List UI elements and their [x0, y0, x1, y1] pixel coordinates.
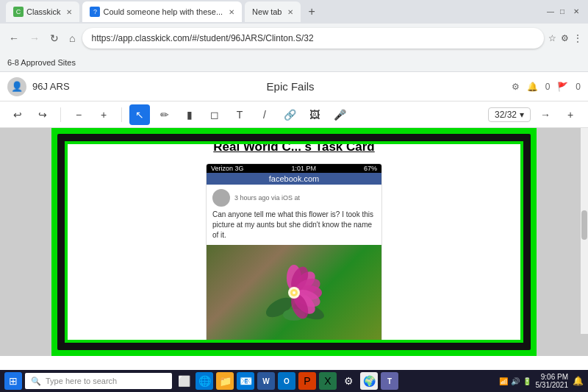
- fb-poster-avatar: [212, 189, 230, 207]
- tab-help-close[interactable]: ✕: [229, 8, 234, 16]
- facebook-post-mock: Verizon 3G 1:01 PM 67% facebook.com 3 ho…: [206, 163, 382, 355]
- user-label: 96J ARS: [32, 81, 70, 92]
- page-dropdown-icon[interactable]: ▾: [520, 110, 524, 120]
- taskbar-date-value: 5/31/2021: [536, 381, 569, 389]
- tabs-container: C Classkick ✕ ? Could someone help with …: [6, 1, 320, 22]
- forward-button[interactable]: →: [26, 31, 43, 46]
- bookmarks-bar: 6-8 Approved Sites: [0, 53, 588, 72]
- toolbar-separator-2: [121, 107, 122, 122]
- add-page-button[interactable]: +: [560, 104, 581, 125]
- line-tool-button[interactable]: /: [254, 104, 275, 125]
- volume-icon: 🔊: [511, 377, 520, 385]
- notification-count: 0: [545, 82, 551, 92]
- settings-icon[interactable]: ⚙: [512, 82, 520, 92]
- scrollbar-thumb[interactable]: [581, 210, 587, 240]
- app-title: Epic Fails: [267, 80, 315, 93]
- eraser-tool-button[interactable]: ◻: [204, 104, 225, 125]
- network-icon: 📶: [499, 377, 508, 385]
- bookmark-icon[interactable]: ☆: [548, 33, 556, 43]
- settings-icon[interactable]: ⋮: [573, 33, 582, 43]
- select-tool-button[interactable]: ↖: [129, 104, 150, 125]
- teams-icon[interactable]: T: [381, 372, 398, 390]
- address-right-icons: ☆ ⚙ ⋮: [548, 33, 582, 43]
- home-button[interactable]: ⌂: [66, 31, 78, 46]
- maximize-button[interactable]: □: [560, 7, 569, 16]
- taskbar-right: 📶 🔊 🔋 9:06 PM 5/31/2021 🔔: [499, 373, 584, 389]
- highlighter-tool-button[interactable]: ▮: [179, 104, 200, 125]
- task-card-content: Real World C... s Task Card Verizon 3G 1…: [51, 128, 537, 356]
- edge-icon[interactable]: 🌐: [196, 372, 213, 390]
- fb-post-header: 3 hours ago via iOS at: [207, 185, 381, 210]
- toolbar-right-actions: ⚙ 🔔 0 🚩 0: [512, 82, 581, 92]
- powerpoint-icon[interactable]: P: [298, 372, 316, 390]
- mic-tool-button[interactable]: 🎤: [329, 104, 350, 125]
- notifications-button[interactable]: 🔔: [573, 376, 584, 386]
- tab-help-label: Could someone help with these...: [103, 7, 223, 16]
- taskbar-time-value: 9:06 PM: [536, 373, 569, 381]
- flag-icon[interactable]: 🚩: [557, 82, 568, 92]
- fb-comments: 10 Comments: [239, 344, 280, 352]
- main-canvas-area: Real World C... s Task Card Verizon 3G 1…: [0, 128, 588, 356]
- taskbar-search-icon: 🔍: [31, 377, 41, 386]
- fb-post-meta: 3 hours ago via iOS at: [234, 194, 300, 202]
- refresh-button[interactable]: ↻: [47, 31, 62, 46]
- minimize-button[interactable]: —: [547, 7, 556, 16]
- app-toolbar: 👤 96J ARS Epic Fails ⚙ 🔔 0 🚩 0: [0, 72, 588, 101]
- bookmark-item[interactable]: 6-8 Approved Sites: [7, 58, 76, 67]
- zoom-in-button[interactable]: +: [93, 104, 114, 125]
- word-icon[interactable]: W: [257, 372, 275, 390]
- tab-classkick[interactable]: C Classkick ✕: [6, 1, 79, 22]
- tab-newtab-close[interactable]: ✕: [287, 8, 293, 16]
- chrome-icon[interactable]: 🌍: [360, 372, 378, 390]
- tab-newtab[interactable]: New tab ✕: [245, 1, 301, 22]
- text-tool-button[interactable]: T: [229, 104, 250, 125]
- next-page-button[interactable]: →: [535, 104, 556, 125]
- fb-time-ago: 3 hours ago via iOS at: [234, 194, 300, 202]
- fb-footer: 5 Likes · 10 Comments: [207, 341, 381, 354]
- bell-icon[interactable]: 🔔: [527, 82, 538, 92]
- fb-carrier: Verizon 3G: [211, 165, 244, 172]
- tab-help[interactable]: ? Could someone help with these... ✕: [82, 1, 242, 22]
- excel-icon[interactable]: X: [319, 372, 337, 390]
- link-tool-button[interactable]: 🔗: [279, 104, 300, 125]
- new-tab-button[interactable]: +: [304, 5, 319, 18]
- fb-time: 1:01 PM: [291, 165, 316, 172]
- image-tool-button[interactable]: 🖼: [304, 104, 325, 125]
- taskbar-search-placeholder: Type here to search: [46, 377, 117, 385]
- folder-icon[interactable]: 📁: [216, 372, 234, 390]
- undo-button[interactable]: ↩: [7, 104, 28, 125]
- fb-likes: 5 Likes: [212, 344, 234, 352]
- page-counter-value: 32/32: [495, 110, 517, 120]
- extension-icon[interactable]: ⚙: [561, 33, 569, 43]
- start-button[interactable]: ⊞: [4, 372, 22, 390]
- battery-icon: 🔋: [523, 377, 531, 385]
- zoom-out-button[interactable]: −: [68, 104, 89, 125]
- user-avatar: 👤: [7, 77, 26, 96]
- settings-taskbar-icon[interactable]: ⚙: [340, 372, 357, 390]
- fb-post-image: [207, 245, 381, 341]
- scrollbar[interactable]: [581, 128, 588, 334]
- address-input[interactable]: [82, 28, 544, 49]
- task-card-title: Real World C... s Task Card: [88, 140, 500, 154]
- fb-url: facebook.com: [269, 174, 319, 183]
- task-view-button[interactable]: ⬜: [175, 372, 193, 390]
- fb-status-bar: Verizon 3G 1:01 PM 67%: [207, 164, 381, 173]
- tab-newtab-label: New tab: [252, 7, 282, 16]
- taskbar: ⊞ 🔍 Type here to search ⬜ 🌐 📁 📧 W O P X …: [0, 370, 588, 392]
- pencil-tool-button[interactable]: ✏: [154, 104, 175, 125]
- classkick-favicon: C: [13, 7, 24, 17]
- taskbar-clock: 9:06 PM 5/31/2021: [536, 373, 569, 389]
- fb-header: facebook.com: [207, 173, 381, 185]
- mail-icon[interactable]: 📧: [237, 372, 254, 390]
- system-tray: 📶 🔊 🔋: [499, 377, 531, 385]
- back-button[interactable]: ←: [6, 31, 22, 46]
- title-bar: C Classkick ✕ ? Could someone help with …: [0, 0, 588, 24]
- canvas: Real World C... s Task Card Verizon 3G 1…: [51, 128, 537, 356]
- taskbar-search[interactable]: 🔍 Type here to search: [25, 373, 172, 389]
- fb-battery: 67%: [364, 165, 377, 172]
- close-button[interactable]: ✕: [573, 7, 582, 16]
- outlook-icon[interactable]: O: [278, 372, 295, 390]
- redo-button[interactable]: ↪: [32, 104, 53, 125]
- tab-classkick-close[interactable]: ✕: [66, 8, 72, 16]
- task-title-text: Real World C... s Task Card: [213, 140, 375, 154]
